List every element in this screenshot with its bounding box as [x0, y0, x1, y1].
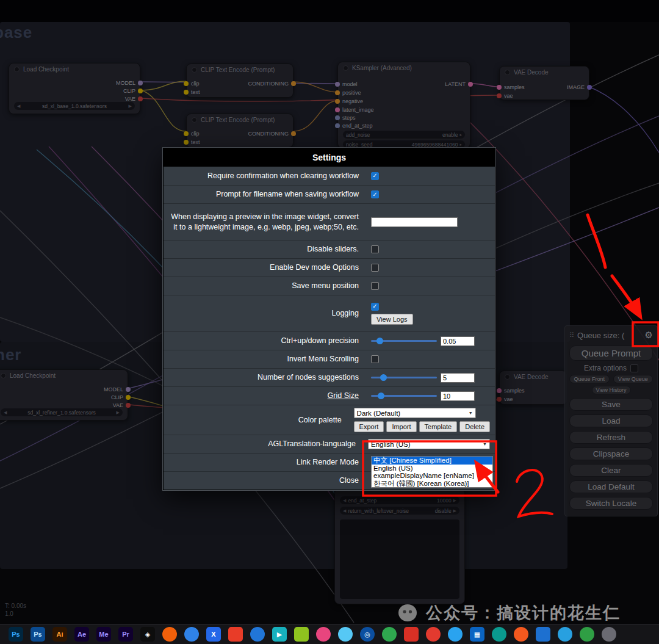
taskbar-icon-app-blue-ring[interactable]: ◎ — [360, 627, 375, 642]
output-dot-clip[interactable] — [138, 89, 143, 93]
output-dot-latent[interactable] — [468, 82, 473, 87]
clear-button[interactable]: Clear — [569, 464, 653, 477]
dev-mode-checkbox[interactable] — [371, 264, 379, 272]
close-button[interactable]: Close — [164, 473, 366, 488]
settings-gear-icon[interactable]: ⚙ — [645, 330, 653, 341]
collapse-dot[interactable] — [1, 373, 6, 378]
input-dot-model[interactable] — [335, 82, 340, 87]
output-dot-conditioning[interactable] — [291, 81, 296, 86]
input-dot-steps[interactable] — [335, 115, 340, 120]
taskbar-icon-app-blue-2[interactable] — [536, 627, 550, 642]
input-dot-latent-image[interactable] — [335, 107, 340, 112]
taskbar-icon-app-blue-bird[interactable] — [448, 627, 463, 642]
input-dot-negative[interactable] — [335, 99, 340, 104]
logging-checkbox[interactable] — [371, 303, 379, 311]
language-option-korean[interactable]: 한국어 (韓國) [Korean (Korea)] — [372, 480, 492, 488]
language-select[interactable]: English (US)▼ — [368, 439, 490, 449]
taskbar-icon-app-x[interactable]: X — [206, 627, 221, 642]
template-button[interactable]: Template — [419, 421, 458, 432]
view-logs-button[interactable]: View Logs — [371, 314, 413, 325]
node-clip-text-encode-positive[interactable]: CLIP Text Encode (Prompt) clip text COND… — [186, 63, 293, 98]
taskbar-icon-app-green-round[interactable] — [382, 627, 397, 642]
taskbar-icon-app-skyblue[interactable] — [338, 627, 353, 642]
input-dot-clip[interactable] — [184, 131, 189, 136]
collapse-dot[interactable] — [192, 67, 197, 73]
node-vae-decode-2[interactable]: VAE Decode samples vae — [499, 371, 567, 405]
taskbar-icon-app-globe[interactable] — [580, 627, 594, 642]
switch-locale-button[interactable]: Switch Locale — [569, 497, 653, 510]
view-queue-button[interactable]: View Queue — [613, 375, 654, 383]
taskbar-icon-app-blue-round[interactable] — [250, 627, 265, 642]
taskbar-icon-after-effects[interactable]: Ae — [74, 627, 89, 642]
add-noise-widget[interactable]: add_noiseenable▸ — [343, 131, 465, 139]
load-default-button[interactable]: Load Default — [569, 480, 653, 493]
collapse-dot[interactable] — [192, 117, 197, 123]
input-dot-end-at-step[interactable] — [335, 123, 340, 128]
taskbar-icon-app-blue-sphere[interactable] — [184, 627, 199, 642]
output-dot-image[interactable] — [587, 85, 592, 90]
delete-button[interactable]: Delete — [459, 421, 490, 432]
node-ksampler-advanced[interactable]: KSampler (Advanced) model positive negat… — [337, 62, 470, 148]
output-dot-conditioning[interactable] — [291, 131, 296, 136]
prompt-filename-checkbox[interactable] — [371, 190, 379, 198]
ctrl-precision-slider[interactable] — [371, 337, 437, 345]
input-dot-vae[interactable] — [497, 93, 502, 98]
taskbar-icon-premiere[interactable]: Pr — [118, 627, 133, 642]
invert-scroll-checkbox[interactable] — [371, 355, 379, 363]
disable-sliders-checkbox[interactable] — [371, 245, 379, 253]
load-button[interactable]: Load — [569, 414, 653, 427]
node-load-checkpoint[interactable]: Load Checkpoint MODEL CLIP VAE ◀sd_xl_ba… — [9, 63, 140, 114]
node-clip-text-encode-negative[interactable]: CLIP Text Encode (Prompt) clip text COND… — [186, 114, 293, 148]
save-menu-position-checkbox[interactable] — [371, 282, 379, 290]
language-option-example[interactable]: exampleDisplayName [enName] — [372, 472, 492, 480]
text-widget-area[interactable] — [340, 519, 459, 599]
queue-prompt-button[interactable]: Queue Prompt — [569, 346, 653, 361]
end-at-step-widget[interactable]: ◀end_at_step10000▶ — [340, 496, 459, 504]
node-load-checkpoint-refiner[interactable]: Load Checkpoint MODEL CLIP VAE ◀sd_xl_re… — [0, 369, 128, 421]
collapse-dot[interactable] — [343, 65, 348, 71]
input-dot-vae[interactable] — [497, 397, 502, 402]
taskbar-icon-photoshop[interactable]: Ps — [9, 627, 23, 642]
input-dot-text[interactable] — [184, 90, 189, 95]
extra-options-checkbox[interactable] — [630, 364, 638, 372]
taskbar-icon-illustrator[interactable]: Ai — [52, 627, 67, 642]
input-dot-clip[interactable] — [184, 81, 189, 86]
input-dot-samples[interactable] — [497, 388, 502, 393]
ckpt-name-widget[interactable]: ◀sd_xl_refiner_1.0.safetensors▶ — [1, 408, 123, 416]
language-option-chinese[interactable]: 中文 [Chinese Simplified] — [372, 457, 492, 465]
view-history-button[interactable]: View History — [592, 386, 631, 394]
node-suggestions-slider[interactable] — [371, 374, 437, 382]
taskbar-icon-app-green[interactable] — [294, 627, 309, 642]
taskbar-icon-media-encoder[interactable]: Me — [96, 627, 111, 642]
collapse-dot[interactable] — [14, 67, 20, 72]
drag-handle-icon[interactable]: ⠿ — [569, 331, 574, 339]
taskbar-icon-app-lightblue-2[interactable] — [558, 627, 572, 642]
taskbar-icon-app-teal[interactable] — [492, 627, 506, 642]
node-suggestions-value[interactable]: 5 — [441, 373, 475, 383]
node-vae-decode[interactable]: VAE Decode samples vae IMAGE — [499, 66, 589, 100]
input-dot-samples[interactable] — [497, 85, 502, 90]
preview-format-input[interactable] — [371, 217, 458, 227]
input-dot-text[interactable] — [184, 140, 189, 145]
taskbar-icon-app-pink[interactable] — [316, 627, 331, 642]
color-palette-select[interactable]: Dark (Default)▼ — [354, 408, 476, 418]
confirm-clear-checkbox[interactable] — [371, 172, 379, 180]
import-button[interactable]: Import — [386, 421, 416, 432]
output-dot-vae[interactable] — [138, 96, 143, 101]
taskbar-icon-app-red-round[interactable] — [426, 627, 441, 642]
clipspace-button[interactable]: Clipspace — [569, 447, 653, 460]
ctrl-precision-value[interactable]: 0.05 — [441, 336, 475, 346]
taskbar-icon-app-orange[interactable] — [162, 627, 177, 642]
output-dot-model[interactable] — [126, 387, 131, 392]
taskbar-icon-capcut[interactable]: ◈ — [140, 627, 155, 642]
export-button[interactable]: Export — [354, 421, 384, 432]
save-button[interactable]: Save — [569, 398, 653, 411]
taskbar-icon-app-orange-round[interactable] — [514, 627, 528, 642]
taskbar-icon-app-blue-tiles[interactable]: ▦ — [470, 627, 484, 642]
refresh-button[interactable]: Refresh — [569, 431, 653, 444]
node-ksampler-refiner[interactable]: ◀end_at_step10000▶ ◀return_with_leftover… — [334, 488, 465, 604]
collapse-dot[interactable] — [505, 374, 510, 380]
language-option-english[interactable]: English (US) — [372, 465, 492, 472]
collapse-dot[interactable] — [505, 70, 510, 75]
taskbar-icon-app-red[interactable] — [228, 627, 243, 642]
